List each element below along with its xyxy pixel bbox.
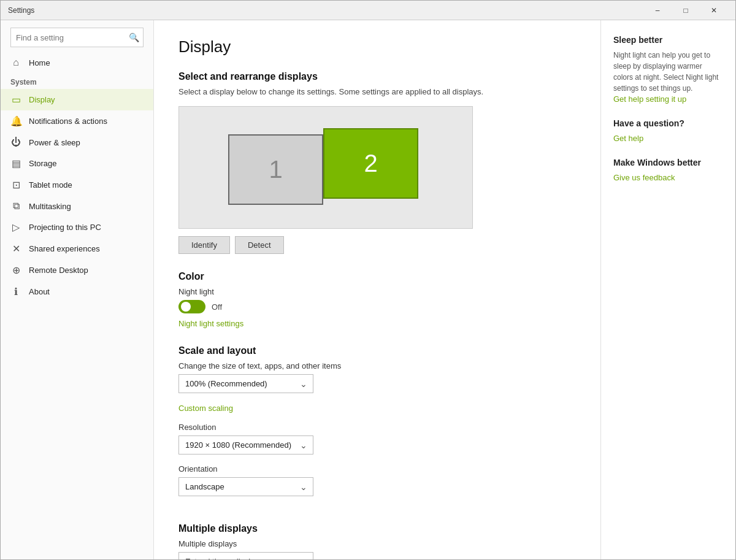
settings-window: Settings – □ ✕ 🔍 ⌂ Home System ▭ Display [0, 0, 736, 560]
scale-select-wrap: 100% (Recommended) 125% 150% 175% 200% [178, 374, 313, 393]
display-action-buttons: Identify Detect [178, 236, 576, 254]
right-panel-question: Have a question? Get help [613, 118, 723, 143]
sidebar-item-power[interactable]: ⏻ Power & sleep [1, 132, 153, 153]
sidebar-item-label: Multitasking [29, 202, 71, 211]
multiple-displays-select-wrap: Extend these displays Duplicate these di… [178, 552, 313, 559]
sidebar-item-label: Notifications & actions [29, 117, 107, 126]
sidebar-item-tablet[interactable]: ⊡ Tablet mode [1, 174, 153, 196]
orientation-label: Orientation [178, 464, 576, 474]
sidebar-section-label: System [1, 73, 153, 89]
orientation-select-wrap: Landscape Portrait Landscape (flipped) P… [178, 477, 313, 496]
night-light-label: Night light [178, 287, 576, 296]
scale-select[interactable]: 100% (Recommended) 125% 150% 175% 200% [178, 374, 313, 393]
about-icon: ℹ [10, 286, 21, 297]
sidebar-item-storage[interactable]: ▤ Storage [1, 153, 153, 174]
sidebar-item-multitasking[interactable]: ⧉ Multitasking [1, 196, 153, 217]
search-icon: 🔍 [124, 33, 144, 42]
titlebar: Settings – □ ✕ [1, 1, 735, 20]
sidebar-item-label: Shared experiences [29, 244, 100, 253]
window-title: Settings [8, 6, 643, 15]
section-multiple-displays: Multiple displays Multiple displays Exte… [178, 523, 576, 559]
search-input[interactable] [11, 33, 124, 42]
right-panel-feedback: Make Windows better Give us feedback [613, 158, 723, 182]
right-panel-sleep: Sleep better Night light can help you ge… [613, 35, 723, 104]
rearrange-desc: Select a display below to change its set… [178, 87, 576, 96]
shared-icon: ✕ [10, 243, 21, 255]
resolution-select-wrap: 1920 × 1080 (Recommended) 1280 × 1024 10… [178, 435, 313, 455]
sidebar-item-home[interactable]: ⌂ Home [1, 52, 153, 73]
remote-icon: ⊕ [10, 264, 21, 276]
identify-button[interactable]: Identify [178, 236, 230, 254]
section-scale: Scale and layout Change the size of text… [178, 345, 576, 506]
window-controls: – □ ✕ [643, 1, 728, 20]
projecting-icon: ▷ [10, 221, 21, 233]
sidebar: 🔍 ⌂ Home System ▭ Display 🔔 Notification… [1, 20, 154, 559]
toggle-knob [181, 302, 191, 312]
close-button[interactable]: ✕ [700, 1, 728, 20]
home-icon: ⌂ [10, 57, 21, 68]
sidebar-item-projecting[interactable]: ▷ Projecting to this PC [1, 217, 153, 238]
color-heading: Color [178, 271, 576, 282]
sidebar-item-label: Home [29, 58, 50, 67]
sidebar-item-label: Remote Desktop [29, 266, 88, 275]
night-light-state: Off [212, 302, 222, 312]
search-box[interactable]: 🔍 [10, 28, 144, 47]
orientation-select[interactable]: Landscape Portrait Landscape (flipped) P… [178, 477, 313, 496]
scale-desc: Change the size of text, apps, and other… [178, 361, 576, 370]
resolution-select[interactable]: 1920 × 1080 (Recommended) 1280 × 1024 10… [178, 435, 313, 455]
page-title: Display [178, 37, 576, 56]
sidebar-item-label: Storage [29, 159, 57, 168]
sidebar-item-label: Power & sleep [29, 138, 80, 147]
tablet-icon: ⊡ [10, 179, 21, 191]
sidebar-item-label: Projecting to this PC [29, 223, 101, 232]
night-light-toggle-row: Off [178, 300, 576, 313]
monitor-1[interactable]: 1 [228, 134, 323, 205]
multiple-displays-heading: Multiple displays [178, 523, 576, 534]
feedback-heading: Make Windows better [613, 158, 723, 167]
detect-button[interactable]: Detect [235, 236, 284, 254]
sidebar-item-notifications[interactable]: 🔔 Notifications & actions [1, 110, 153, 132]
sleep-heading: Sleep better [613, 35, 723, 45]
main-content: 🔍 ⌂ Home System ▭ Display 🔔 Notification… [1, 20, 735, 559]
sidebar-item-label: About [29, 287, 50, 296]
multiple-displays-select[interactable]: Extend these displays Duplicate these di… [178, 552, 313, 559]
scale-heading: Scale and layout [178, 345, 576, 356]
multitasking-icon: ⧉ [10, 201, 21, 212]
question-heading: Have a question? [613, 118, 723, 128]
rearrange-heading: Select and rearrange displays [178, 71, 576, 82]
sidebar-item-label: Tablet mode [29, 180, 72, 190]
night-light-settings-link[interactable]: Night light settings [178, 319, 243, 328]
sidebar-item-label: Display [29, 95, 55, 104]
custom-scaling-link[interactable]: Custom scaling [178, 404, 233, 413]
notifications-icon: 🔔 [10, 115, 21, 127]
feedback-link[interactable]: Give us feedback [613, 173, 675, 182]
display-preview[interactable]: 1 2 [178, 106, 473, 229]
monitor-2[interactable]: 2 [323, 128, 418, 199]
sidebar-item-about[interactable]: ℹ About [1, 281, 153, 302]
sidebar-item-remote-desktop[interactable]: ⊕ Remote Desktop [1, 259, 153, 281]
right-panel: Sleep better Night light can help you ge… [600, 20, 735, 559]
storage-icon: ▤ [10, 158, 21, 169]
display-icon: ▭ [10, 94, 21, 105]
night-light-toggle[interactable] [178, 300, 205, 313]
minimize-button[interactable]: – [643, 1, 672, 20]
resolution-label: Resolution [178, 423, 576, 432]
maximize-button[interactable]: □ [672, 1, 700, 20]
multiple-displays-label: Multiple displays [178, 539, 576, 548]
sidebar-item-display[interactable]: ▭ Display [1, 89, 153, 110]
sidebar-item-shared-experiences[interactable]: ✕ Shared experiences [1, 238, 153, 259]
get-help-setting-link[interactable]: Get help setting it up [613, 94, 686, 104]
section-rearrange: Select and rearrange displays Select a d… [178, 71, 576, 254]
sleep-body: Night light can help you get to sleep by… [613, 50, 723, 94]
power-icon: ⏻ [10, 137, 21, 148]
main-panel: Display Select and rearrange displays Se… [154, 20, 600, 559]
get-help-link[interactable]: Get help [613, 134, 643, 143]
section-color: Color Night light Off Night light settin… [178, 271, 576, 328]
